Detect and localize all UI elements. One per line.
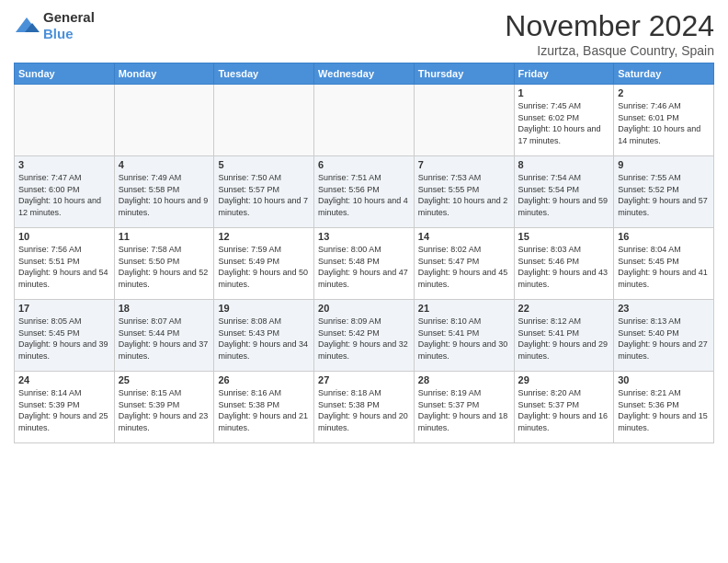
day-cell: 26Sunrise: 8:16 AM Sunset: 5:38 PM Dayli… xyxy=(214,372,314,443)
day-cell: 17Sunrise: 8:05 AM Sunset: 5:45 PM Dayli… xyxy=(15,300,115,372)
day-number: 4 xyxy=(119,159,210,170)
week-row-4: 24Sunrise: 8:14 AM Sunset: 5:39 PM Dayli… xyxy=(15,372,714,443)
calendar-table: SundayMondayTuesdayWednesdayThursdayFrid… xyxy=(14,63,714,443)
day-info: Sunrise: 7:55 AM Sunset: 5:52 PM Dayligh… xyxy=(618,172,710,218)
day-cell: 19Sunrise: 8:08 AM Sunset: 5:43 PM Dayli… xyxy=(214,300,314,372)
day-info: Sunrise: 8:12 AM Sunset: 5:41 PM Dayligh… xyxy=(518,316,610,362)
day-number: 19 xyxy=(218,303,310,314)
day-number: 29 xyxy=(518,374,610,385)
week-row-2: 10Sunrise: 7:56 AM Sunset: 5:51 PM Dayli… xyxy=(15,228,714,300)
page-container: General Blue November 2024 Izurtza, Basq… xyxy=(0,0,728,453)
day-cell: 28Sunrise: 8:19 AM Sunset: 5:37 PM Dayli… xyxy=(414,372,514,443)
day-info: Sunrise: 7:53 AM Sunset: 5:55 PM Dayligh… xyxy=(418,172,510,218)
day-info: Sunrise: 8:07 AM Sunset: 5:44 PM Dayligh… xyxy=(119,316,210,362)
day-number: 1 xyxy=(518,87,610,98)
day-cell: 12Sunrise: 7:59 AM Sunset: 5:49 PM Dayli… xyxy=(214,228,314,300)
day-number: 12 xyxy=(218,231,310,242)
day-cell: 10Sunrise: 7:56 AM Sunset: 5:51 PM Dayli… xyxy=(15,228,115,300)
day-info: Sunrise: 7:45 AM Sunset: 6:02 PM Dayligh… xyxy=(518,100,610,146)
logo: General Blue xyxy=(14,9,95,42)
day-info: Sunrise: 8:18 AM Sunset: 5:38 PM Dayligh… xyxy=(318,387,410,433)
day-number: 24 xyxy=(18,374,110,385)
day-info: Sunrise: 8:14 AM Sunset: 5:39 PM Dayligh… xyxy=(18,387,110,433)
day-cell: 9Sunrise: 7:55 AM Sunset: 5:52 PM Daylig… xyxy=(614,156,714,228)
day-number: 23 xyxy=(618,303,710,314)
day-cell: 4Sunrise: 7:49 AM Sunset: 5:58 PM Daylig… xyxy=(114,156,214,228)
week-row-3: 17Sunrise: 8:05 AM Sunset: 5:45 PM Dayli… xyxy=(15,300,714,372)
day-number: 16 xyxy=(618,231,710,242)
col-header-saturday: Saturday xyxy=(614,63,714,85)
day-cell: 8Sunrise: 7:54 AM Sunset: 5:54 PM Daylig… xyxy=(514,156,614,228)
day-info: Sunrise: 7:46 AM Sunset: 6:01 PM Dayligh… xyxy=(618,100,710,146)
day-cell: 3Sunrise: 7:47 AM Sunset: 6:00 PM Daylig… xyxy=(15,156,115,228)
day-cell: 23Sunrise: 8:13 AM Sunset: 5:40 PM Dayli… xyxy=(614,300,714,372)
day-number: 20 xyxy=(318,303,410,314)
day-info: Sunrise: 8:00 AM Sunset: 5:48 PM Dayligh… xyxy=(318,244,410,290)
day-cell: 1Sunrise: 7:45 AM Sunset: 6:02 PM Daylig… xyxy=(514,85,614,156)
day-number: 18 xyxy=(119,303,210,314)
title-block: November 2024 Izurtza, Basque Country, S… xyxy=(505,9,714,58)
day-number: 26 xyxy=(218,374,310,385)
day-info: Sunrise: 8:15 AM Sunset: 5:39 PM Dayligh… xyxy=(119,387,210,433)
day-number: 15 xyxy=(518,231,610,242)
day-number: 11 xyxy=(119,231,210,242)
day-cell xyxy=(214,85,314,156)
day-info: Sunrise: 8:09 AM Sunset: 5:42 PM Dayligh… xyxy=(318,316,410,362)
day-info: Sunrise: 7:47 AM Sunset: 6:00 PM Dayligh… xyxy=(18,172,110,218)
day-cell: 5Sunrise: 7:50 AM Sunset: 5:57 PM Daylig… xyxy=(214,156,314,228)
day-number: 14 xyxy=(418,231,510,242)
day-number: 2 xyxy=(618,87,710,98)
day-cell: 15Sunrise: 8:03 AM Sunset: 5:46 PM Dayli… xyxy=(514,228,614,300)
day-number: 8 xyxy=(518,159,610,170)
week-row-0: 1Sunrise: 7:45 AM Sunset: 6:02 PM Daylig… xyxy=(15,85,714,156)
col-header-friday: Friday xyxy=(514,63,614,85)
day-info: Sunrise: 7:58 AM Sunset: 5:50 PM Dayligh… xyxy=(119,244,210,290)
day-cell: 6Sunrise: 7:51 AM Sunset: 5:56 PM Daylig… xyxy=(314,156,415,228)
day-number: 7 xyxy=(418,159,510,170)
week-row-1: 3Sunrise: 7:47 AM Sunset: 6:00 PM Daylig… xyxy=(15,156,714,228)
day-cell: 20Sunrise: 8:09 AM Sunset: 5:42 PM Dayli… xyxy=(314,300,415,372)
day-info: Sunrise: 7:50 AM Sunset: 5:57 PM Dayligh… xyxy=(218,172,310,218)
day-number: 30 xyxy=(618,374,710,385)
day-cell: 30Sunrise: 8:21 AM Sunset: 5:36 PM Dayli… xyxy=(614,372,714,443)
logo-text: General Blue xyxy=(43,9,95,42)
day-info: Sunrise: 7:59 AM Sunset: 5:49 PM Dayligh… xyxy=(218,244,310,290)
day-info: Sunrise: 8:05 AM Sunset: 5:45 PM Dayligh… xyxy=(18,316,110,362)
day-number: 17 xyxy=(18,303,110,314)
day-info: Sunrise: 7:49 AM Sunset: 5:58 PM Dayligh… xyxy=(119,172,210,218)
day-info: Sunrise: 8:16 AM Sunset: 5:38 PM Dayligh… xyxy=(218,387,310,433)
day-info: Sunrise: 8:02 AM Sunset: 5:47 PM Dayligh… xyxy=(418,244,510,290)
day-info: Sunrise: 8:19 AM Sunset: 5:37 PM Dayligh… xyxy=(418,387,510,433)
day-cell: 27Sunrise: 8:18 AM Sunset: 5:38 PM Dayli… xyxy=(314,372,415,443)
header: General Blue November 2024 Izurtza, Basq… xyxy=(14,9,714,58)
day-cell: 29Sunrise: 8:20 AM Sunset: 5:37 PM Dayli… xyxy=(514,372,614,443)
day-cell xyxy=(414,85,514,156)
col-header-thursday: Thursday xyxy=(414,63,514,85)
day-cell xyxy=(314,85,415,156)
day-info: Sunrise: 8:20 AM Sunset: 5:37 PM Dayligh… xyxy=(518,387,610,433)
day-cell: 25Sunrise: 8:15 AM Sunset: 5:39 PM Dayli… xyxy=(114,372,214,443)
col-header-tuesday: Tuesday xyxy=(214,63,314,85)
col-header-wednesday: Wednesday xyxy=(314,63,415,85)
day-info: Sunrise: 8:13 AM Sunset: 5:40 PM Dayligh… xyxy=(618,316,710,362)
day-cell: 7Sunrise: 7:53 AM Sunset: 5:55 PM Daylig… xyxy=(414,156,514,228)
day-info: Sunrise: 7:51 AM Sunset: 5:56 PM Dayligh… xyxy=(318,172,410,218)
day-cell: 24Sunrise: 8:14 AM Sunset: 5:39 PM Dayli… xyxy=(15,372,115,443)
col-header-monday: Monday xyxy=(114,63,214,85)
month-title: November 2024 xyxy=(505,9,714,43)
day-cell: 21Sunrise: 8:10 AM Sunset: 5:41 PM Dayli… xyxy=(414,300,514,372)
day-info: Sunrise: 8:08 AM Sunset: 5:43 PM Dayligh… xyxy=(218,316,310,362)
day-info: Sunrise: 7:54 AM Sunset: 5:54 PM Dayligh… xyxy=(518,172,610,218)
day-info: Sunrise: 8:04 AM Sunset: 5:45 PM Dayligh… xyxy=(618,244,710,290)
day-number: 13 xyxy=(318,231,410,242)
day-number: 27 xyxy=(318,374,410,385)
col-header-sunday: Sunday xyxy=(15,63,115,85)
day-number: 6 xyxy=(318,159,410,170)
day-cell: 16Sunrise: 8:04 AM Sunset: 5:45 PM Dayli… xyxy=(614,228,714,300)
day-number: 21 xyxy=(418,303,510,314)
day-info: Sunrise: 8:10 AM Sunset: 5:41 PM Dayligh… xyxy=(418,316,510,362)
day-cell xyxy=(15,85,115,156)
logo-icon xyxy=(14,16,40,36)
day-cell: 18Sunrise: 8:07 AM Sunset: 5:44 PM Dayli… xyxy=(114,300,214,372)
day-number: 5 xyxy=(218,159,310,170)
